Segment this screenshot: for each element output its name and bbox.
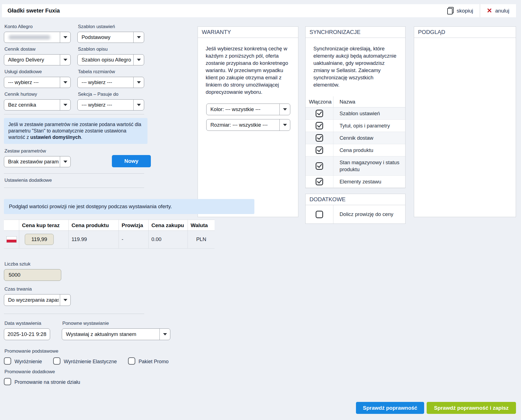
additional-panel-title: DODATKOWE: [306, 194, 405, 205]
price-table-header: Cena kup teraz Cena produktu Prowizja Ce…: [4, 220, 215, 231]
cancel-button[interactable]: ✕ anuluj: [480, 4, 516, 17]
checkbox-sync-szablon-ustawien[interactable]: [316, 110, 323, 117]
column-header: Waluta: [188, 220, 215, 230]
column-header: Cena kup teraz: [19, 220, 68, 230]
cancel-button-label: anuluj: [495, 8, 509, 14]
offer-form: Konto Allegro Szablon ustawień Podstawow…: [4, 24, 257, 385]
checkbox-sync-cena-produktu[interactable]: [316, 146, 323, 154]
date-row: Data wystawienia Ponowne wystawianie Wys…: [4, 321, 257, 340]
additional-panel: DODATKOWE Dolicz prowizję do ceny: [305, 194, 406, 224]
select-value: Szablon opisu Allegro: [82, 55, 132, 65]
column-header: Nazwa: [333, 96, 405, 107]
select-zestaw-parametrow[interactable]: Brak zestawów parametrów: [4, 156, 71, 167]
checkbox-dolicz-prowizje[interactable]: [316, 211, 323, 218]
checkbox-wyroznienie[interactable]: [4, 357, 11, 365]
field-sekcja-pasuje-do: Sekcja – Pasuje do --- wybierz ---: [77, 92, 144, 110]
relist-field: Ponowne wystawianie Wystawiaj z aktualny…: [62, 321, 170, 340]
field-label: Cennik dostaw: [4, 46, 70, 52]
column-header: Cena produktu: [68, 220, 119, 230]
select-cennik-hurtowy[interactable]: Bez cennika: [4, 99, 71, 110]
field-cennik-dostaw: Cennik dostaw Allegro Delivery: [4, 46, 71, 65]
select-value: Podstawowy: [82, 32, 132, 43]
field-cennik-hurtowy: Cennik hurtowy Bez cennika: [4, 92, 71, 110]
select-szablon-ustawien[interactable]: Podstawowy: [77, 32, 144, 43]
select-value: --- wybierz ---: [8, 77, 59, 88]
quantity-input[interactable]: [4, 269, 61, 281]
field-label: Sekcja – Pasuje do: [78, 92, 144, 97]
checkbox-sync-stan-magazynowy[interactable]: [316, 162, 323, 170]
promo-extra-options: Promowanie na stronie działu: [4, 378, 257, 385]
sync-item-label: Stan magazynowy i status produktu: [333, 156, 403, 175]
chevron-down-icon: [133, 77, 144, 88]
sync-table-header: Włączona Nazwa: [306, 96, 405, 107]
new-parameter-set-button[interactable]: Nowy: [112, 155, 151, 167]
field-uslugi-dodatkowe: Usługi dodatkowe --- wybierz ---: [4, 69, 71, 88]
select-konto-allegro[interactable]: [4, 32, 71, 43]
select-szablon-opisu[interactable]: Szablon opisu Allegro: [77, 54, 144, 65]
sync-item-label: Cena produktu: [333, 144, 405, 156]
additional-settings-label[interactable]: Ustawienia dodatkowe: [4, 178, 257, 183]
product-price-cell: 119.99: [68, 231, 119, 248]
field-label: Konto Allegro: [4, 24, 70, 30]
duration-label: Czas trwania: [4, 286, 257, 292]
title-actions: skopiuj ✕ anuluj: [441, 4, 516, 17]
select-value: Bez cennika: [8, 100, 59, 110]
chevron-down-icon: [60, 294, 70, 306]
column-header: Włączona: [306, 96, 333, 107]
relist-label: Ponowne wystawianie: [62, 321, 170, 326]
copy-icon: [447, 7, 454, 14]
select-value: Wystawiaj z aktualnym stanem: [66, 329, 158, 340]
checkbox-wyroznienie-elastyczne[interactable]: [53, 357, 60, 365]
chevron-down-icon: [133, 32, 144, 43]
field-label: Cennik hurtowy: [4, 92, 70, 97]
checkbox-label: Wyróżnienie Elastyczne: [64, 359, 117, 365]
checkbox-label: Promowanie na stronie działu: [14, 379, 80, 385]
sync-item-label: Szablon ustawień: [333, 107, 405, 119]
check-validity-button[interactable]: Sprawdź poprawność: [356, 402, 424, 414]
checkbox-promowanie-na-stronie-dzialu[interactable]: [4, 378, 11, 385]
table-row: 119.99 - 0.00 PLN: [4, 231, 215, 249]
checkbox-sync-tytul-opis-parametry[interactable]: [316, 122, 323, 129]
stan-info-bold: ustawień domyślnych: [30, 134, 81, 140]
checkbox-sync-cennik-dostaw[interactable]: [316, 134, 323, 142]
divider: [4, 188, 144, 188]
field-label: Szablon ustawień: [78, 24, 144, 30]
checkbox-sync-elementy-zestawu[interactable]: [316, 178, 323, 185]
chevron-down-icon: [159, 329, 170, 340]
check-validity-and-save-button[interactable]: Sprawdź poprawność i zapisz: [427, 402, 516, 414]
select-sekcja-pasuje-do[interactable]: --- wybierz ---: [77, 99, 144, 110]
synchronizations-panel-title: SYNCHRONIZACJE: [306, 27, 405, 38]
stan-info-period: .: [81, 134, 82, 140]
preview-panel: PODGLĄD: [414, 26, 516, 217]
sync-item-label: Cennik dostaw: [333, 132, 405, 144]
select-uslugi-dodatkowe[interactable]: --- wybierz ---: [4, 77, 71, 88]
select-cennik-dostaw[interactable]: Allegro Delivery: [4, 54, 71, 65]
select-tabela-rozmiarow[interactable]: --- wybierz ---: [77, 77, 144, 88]
field-label: Zestaw parametrów: [4, 148, 154, 154]
chevron-down-icon: [60, 32, 70, 43]
checkbox-pakiet-promo[interactable]: [128, 357, 135, 365]
table-row: Tytuł, opis i parametry: [306, 120, 405, 132]
commission-cell: -: [119, 231, 148, 248]
table-row: Dolicz prowizję do ceny: [306, 205, 405, 223]
synchronizations-info-box: Synchronizacje określają, które elementy…: [309, 41, 402, 92]
issue-date-field: Data wystawienia: [4, 321, 50, 340]
promo-basic-options: Wyróżnienie Wyróżnienie Elastyczne Pakie…: [4, 357, 257, 365]
stan-info-box: Jeśli w zestawie parametrów nie zostanie…: [4, 118, 148, 144]
select-ponowne-wystawianie[interactable]: Wystawiaj z aktualnym stanem: [62, 328, 170, 340]
chevron-down-icon: [60, 77, 70, 88]
select-value: --- wybierz ---: [82, 100, 132, 110]
copy-button[interactable]: skopiuj: [441, 4, 480, 17]
copy-button-label: skopiuj: [457, 8, 473, 14]
checkbox-label: Pakiet Promo: [139, 359, 169, 365]
issue-date-input[interactable]: [4, 328, 50, 340]
buy-now-price-input[interactable]: [25, 234, 54, 245]
field-label: Szablon opisu: [78, 46, 144, 52]
chevron-down-icon: [60, 55, 70, 65]
table-row: Cennik dostaw: [306, 132, 405, 144]
promo-basic-label: Promowanie podstawowe: [4, 348, 257, 354]
select-czas-trwania[interactable]: Do wyczerpania zapasów: [4, 294, 71, 306]
table-row: Stan magazynowy i status produktu: [306, 156, 405, 176]
field-tabela-rozmiarow: Tabela rozmiarów --- wybierz ---: [77, 69, 144, 88]
field-szablon-opisu: Szablon opisu Szablon opisu Allegro: [77, 46, 144, 65]
